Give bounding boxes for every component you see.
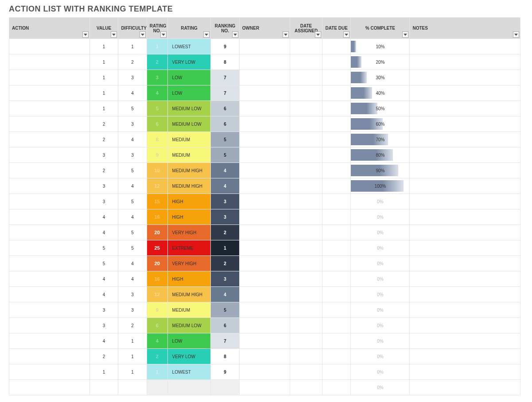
cell-difficulty[interactable]: 4 <box>118 271 147 287</box>
cell-difficulty[interactable]: 3 <box>118 70 147 85</box>
cell-value[interactable]: 3 <box>89 147 118 163</box>
cell-owner[interactable] <box>239 178 290 194</box>
cell-date-assigned[interactable] <box>290 287 322 302</box>
cell-date-assigned[interactable] <box>290 178 322 194</box>
cell-owner[interactable] <box>239 70 290 85</box>
cell-owner[interactable] <box>239 132 290 147</box>
cell-date-due[interactable] <box>322 240 350 256</box>
cell-difficulty[interactable]: 1 <box>118 39 147 54</box>
cell-notes[interactable] <box>410 70 520 85</box>
filter-icon[interactable] <box>283 31 289 38</box>
cell-pct-complete[interactable]: 0% <box>351 240 410 256</box>
cell-difficulty[interactable]: 2 <box>118 54 147 70</box>
cell-date-due[interactable] <box>322 194 350 209</box>
cell-difficulty[interactable]: 4 <box>118 132 147 147</box>
cell-pct-complete[interactable]: 0% <box>351 256 410 271</box>
cell-action[interactable] <box>9 380 90 395</box>
cell-pct-complete[interactable]: 60% <box>351 116 410 132</box>
cell-value[interactable]: 4 <box>89 271 118 287</box>
cell-value[interactable]: 1 <box>89 101 118 116</box>
cell-pct-complete[interactable]: 0% <box>351 287 410 302</box>
cell-pct-complete[interactable]: 40% <box>351 85 410 101</box>
cell-owner[interactable] <box>239 318 290 333</box>
cell-value[interactable]: 2 <box>89 116 118 132</box>
cell-action[interactable] <box>9 70 90 85</box>
cell-date-assigned[interactable] <box>290 271 322 287</box>
cell-notes[interactable] <box>410 132 520 147</box>
filter-icon[interactable] <box>232 31 238 38</box>
cell-action[interactable] <box>9 349 90 364</box>
cell-pct-complete[interactable]: 0% <box>351 194 410 209</box>
cell-action[interactable] <box>9 178 90 194</box>
cell-value[interactable]: 2 <box>89 132 118 147</box>
cell-action[interactable] <box>9 225 90 240</box>
cell-value[interactable]: 5 <box>89 240 118 256</box>
cell-value[interactable]: 4 <box>89 225 118 240</box>
cell-action[interactable] <box>9 333 90 349</box>
cell-difficulty[interactable]: 1 <box>118 333 147 349</box>
cell-action[interactable] <box>9 364 90 380</box>
cell-action[interactable] <box>9 85 90 101</box>
cell-owner[interactable] <box>239 240 290 256</box>
cell-difficulty[interactable]: 3 <box>118 302 147 318</box>
cell-action[interactable] <box>9 302 90 318</box>
cell-date-due[interactable] <box>322 178 350 194</box>
cell-action[interactable] <box>9 194 90 209</box>
cell-difficulty[interactable]: 2 <box>118 318 147 333</box>
cell-date-assigned[interactable] <box>290 85 322 101</box>
cell-pct-complete[interactable]: 0% <box>351 271 410 287</box>
cell-date-due[interactable] <box>322 318 350 333</box>
cell-owner[interactable] <box>239 163 290 178</box>
cell-date-assigned[interactable] <box>290 209 322 225</box>
cell-action[interactable] <box>9 271 90 287</box>
cell-date-due[interactable] <box>322 163 350 178</box>
cell-notes[interactable] <box>410 256 520 271</box>
cell-value[interactable]: 5 <box>89 256 118 271</box>
cell-date-due[interactable] <box>322 364 350 380</box>
cell-owner[interactable] <box>239 380 290 395</box>
filter-icon[interactable] <box>513 31 519 38</box>
cell-owner[interactable] <box>239 116 290 132</box>
cell-value[interactable]: 4 <box>89 333 118 349</box>
cell-date-assigned[interactable] <box>290 101 322 116</box>
cell-date-assigned[interactable] <box>290 116 322 132</box>
cell-date-assigned[interactable] <box>290 302 322 318</box>
cell-difficulty[interactable]: 3 <box>118 147 147 163</box>
cell-pct-complete[interactable]: 0% <box>351 349 410 364</box>
cell-date-due[interactable] <box>322 147 350 163</box>
cell-value[interactable] <box>89 380 118 395</box>
cell-action[interactable] <box>9 209 90 225</box>
cell-date-due[interactable] <box>322 39 350 54</box>
cell-pct-complete[interactable]: 0% <box>351 380 410 395</box>
cell-pct-complete[interactable]: 0% <box>351 364 410 380</box>
cell-difficulty[interactable]: 1 <box>118 364 147 380</box>
cell-date-due[interactable] <box>322 101 350 116</box>
cell-action[interactable] <box>9 101 90 116</box>
cell-notes[interactable] <box>410 101 520 116</box>
cell-date-assigned[interactable] <box>290 349 322 364</box>
cell-owner[interactable] <box>239 271 290 287</box>
cell-action[interactable] <box>9 318 90 333</box>
cell-action[interactable] <box>9 287 90 302</box>
cell-notes[interactable] <box>410 54 520 70</box>
cell-date-due[interactable] <box>322 85 350 101</box>
cell-date-due[interactable] <box>322 116 350 132</box>
cell-value[interactable]: 1 <box>89 364 118 380</box>
cell-notes[interactable] <box>410 287 520 302</box>
cell-action[interactable] <box>9 163 90 178</box>
cell-difficulty[interactable]: 5 <box>118 225 147 240</box>
filter-icon[interactable] <box>82 31 89 38</box>
cell-pct-complete[interactable]: 0% <box>351 225 410 240</box>
cell-owner[interactable] <box>239 349 290 364</box>
cell-value[interactable]: 2 <box>89 349 118 364</box>
cell-value[interactable]: 1 <box>89 54 118 70</box>
cell-pct-complete[interactable]: 10% <box>351 39 410 54</box>
cell-date-assigned[interactable] <box>290 39 322 54</box>
filter-icon[interactable] <box>111 31 117 38</box>
cell-difficulty[interactable]: 3 <box>118 116 147 132</box>
cell-notes[interactable] <box>410 318 520 333</box>
cell-date-due[interactable] <box>322 287 350 302</box>
cell-notes[interactable] <box>410 380 520 395</box>
cell-pct-complete[interactable]: 0% <box>351 302 410 318</box>
cell-date-assigned[interactable] <box>290 147 322 163</box>
